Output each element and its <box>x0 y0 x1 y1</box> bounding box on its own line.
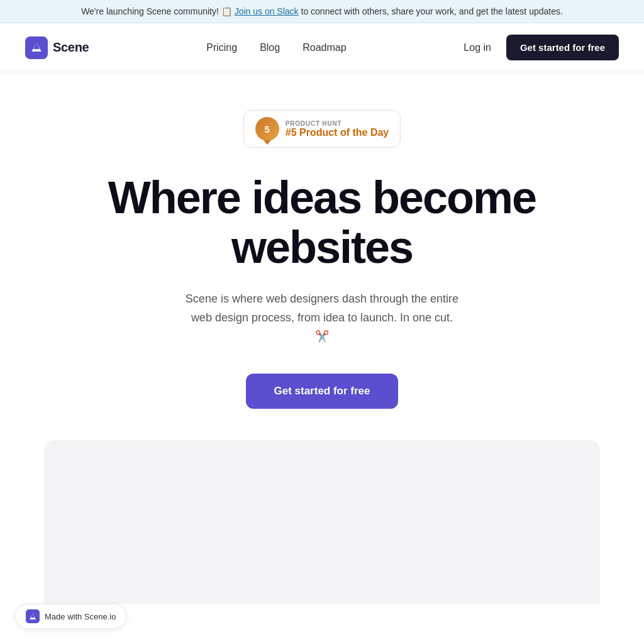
product-hunt-badge[interactable]: 5 PRODUCT HUNT #5 Product of the Day <box>243 110 401 148</box>
logo-text: Scene <box>53 40 89 55</box>
nav-cta-button[interactable]: Get started for free <box>506 35 619 60</box>
nav-link-roadmap[interactable]: Roadmap <box>303 42 346 53</box>
preview-area <box>44 440 600 604</box>
announcement-suffix: to connect with others, share your work,… <box>301 6 563 16</box>
made-with-scene-badge[interactable]: Made with Scene.io <box>15 604 126 629</box>
logo[interactable]: Scene <box>25 36 89 59</box>
ph-text: PRODUCT HUNT #5 Product of the Day <box>286 120 389 138</box>
scissors-icon: ✂️ <box>315 328 329 347</box>
scene-badge-icon <box>26 609 40 623</box>
hero-subtext: Scene is where web designers dash throug… <box>184 290 460 346</box>
ph-label: PRODUCT HUNT <box>286 120 389 127</box>
announcement-link[interactable]: Join us on Slack <box>235 6 299 16</box>
nav-actions: Log in Get started for free <box>464 35 619 60</box>
logo-icon <box>25 36 48 59</box>
hero-cta-button[interactable]: Get started for free <box>246 374 397 409</box>
ph-rank: #5 Product of the Day <box>286 127 389 138</box>
hero-section: 5 PRODUCT HUNT #5 Product of the Day Whe… <box>0 72 644 629</box>
announcement-prefix: We're launching Scene community! <box>81 6 219 16</box>
nav-links: Pricing Blog Roadmap <box>206 42 346 53</box>
login-button[interactable]: Log in <box>464 42 491 53</box>
navbar: Scene Pricing Blog Roadmap Log in Get st… <box>0 23 644 72</box>
announcement-banner: We're launching Scene community! 📋 Join … <box>0 0 644 23</box>
hero-headline: Where ideas become websites <box>83 173 561 272</box>
made-with-label: Made with Scene.io <box>45 612 116 621</box>
nav-link-pricing[interactable]: Pricing <box>206 42 237 53</box>
nav-link-blog[interactable]: Blog <box>260 42 280 53</box>
ph-medal: 5 <box>255 117 279 141</box>
